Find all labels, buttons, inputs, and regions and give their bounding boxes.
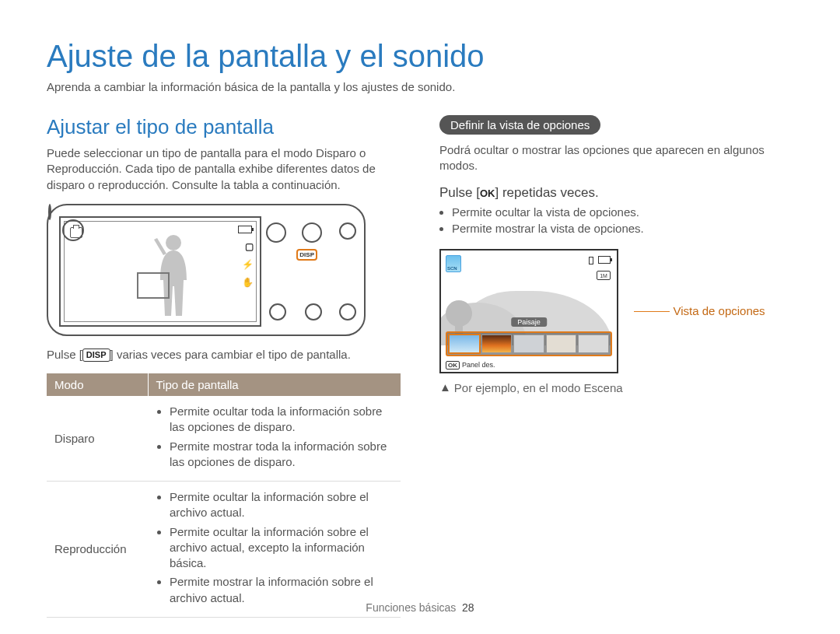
list-item: Permite mostrar toda la información sobr… <box>170 439 393 471</box>
pill-heading: Definir la vista de opciones <box>439 115 600 135</box>
flash-icon: ⚡ <box>242 257 254 272</box>
scene-mode-icon <box>446 255 461 272</box>
scene-label: Paisaje <box>511 317 547 327</box>
disp-highlight-badge: DISP <box>296 249 317 261</box>
camera-illustration: ▢ ⚡ ✋ DISP <box>47 204 401 336</box>
camera-button-bottom-left <box>269 303 286 321</box>
footer-page: 28 <box>462 601 474 614</box>
option-thumb <box>513 335 544 353</box>
page: Ajuste de la pantalla y el sonido Aprend… <box>0 0 840 634</box>
list-item: Permite ocultar la información sobre el … <box>170 489 393 521</box>
camera-button-bottom-mid <box>305 303 322 321</box>
options-strip <box>446 331 612 356</box>
camera-button-bottom-right <box>339 303 356 321</box>
pulse-post: ] repetidas veces. <box>495 185 598 200</box>
left-heading: Ajustar el tipo de pantalla <box>47 115 401 139</box>
resolution-icon: ▢ <box>242 240 254 254</box>
ok-badge: OK <box>480 187 495 199</box>
stabilize-icon: ✋ <box>242 275 254 290</box>
option-thumb-landscape <box>449 335 480 353</box>
list-item: Permite mostrar la vista de opciones. <box>452 222 793 235</box>
camera-body: ▢ ⚡ ✋ DISP <box>47 204 366 336</box>
panel-line: OKPanel des. <box>446 361 495 369</box>
th-type: Tipo de pantalla <box>148 373 401 396</box>
footer: Funciones básicas 28 <box>0 601 840 614</box>
option-thumb <box>578 335 609 353</box>
table-row: Reproducción Permite ocultar la informac… <box>47 482 401 618</box>
panel-text: Panel des. <box>462 361 495 369</box>
callout-line <box>634 311 670 312</box>
callout: Vista de opciones <box>634 304 765 318</box>
example-text: Por ejemplo, en el modo Escena <box>454 381 623 394</box>
signal-icon <box>589 257 593 264</box>
option-thumb <box>546 335 577 353</box>
mode-cell: Disparo <box>47 396 148 482</box>
left-para: Puede seleccionar un tipo de pantalla pa… <box>47 145 401 193</box>
screen-side-icons: ▢ ⚡ ✋ <box>242 240 254 294</box>
focus-box <box>137 272 170 299</box>
callout-label: Vista de opciones <box>673 304 765 317</box>
disp-instruction: Pulse [DISP] varias veces para cambiar e… <box>47 347 401 363</box>
right-para: Podrá ocultar o mostrar las opciones que… <box>439 142 793 174</box>
example-note: ▲Por ejemplo, en el modo Escena <box>439 381 793 394</box>
camera-button-top-mid <box>302 222 322 243</box>
list-item: Permite ocultar toda la información sobr… <box>170 404 393 436</box>
page-title: Ajuste de la pantalla y el sonido <box>47 39 793 74</box>
table-row: Disparo Permite ocultar toda la informac… <box>47 396 401 482</box>
battery-icon <box>238 226 252 233</box>
option-thumb-sunset <box>481 335 513 353</box>
columns: Ajustar el tipo de pantalla Puede selecc… <box>47 115 793 618</box>
disp-pre: Pulse [ <box>47 348 82 361</box>
battery-icon <box>598 256 611 264</box>
left-column: Ajustar el tipo de pantalla Puede selecc… <box>47 115 401 618</box>
type-cell: Permite ocultar toda la información sobr… <box>148 396 401 482</box>
svg-point-0 <box>166 235 181 250</box>
pulse-instruction: Pulse [OK] repetidas veces. <box>439 185 793 201</box>
camera-screen: ▢ ⚡ ✋ <box>59 216 261 327</box>
type-cell: Permite ocultar la información sobre el … <box>148 482 401 618</box>
right-column: Definir la vista de opciones Podrá ocult… <box>439 115 793 618</box>
modes-table: Modo Tipo de pantalla Disparo Permite oc… <box>47 373 401 618</box>
lcd-scene: 1M Paisaje OKPanel des. <box>439 249 618 373</box>
list-item: Permite ocultar la vista de opciones. <box>452 205 793 219</box>
right-bullets: Permite ocultar la vista de opciones. Pe… <box>439 205 793 235</box>
camera-button-top-left <box>266 222 286 243</box>
triangle-icon: ▲ <box>439 380 451 394</box>
disp-badge: DISP <box>82 349 110 362</box>
camera-dpad <box>48 204 51 220</box>
disp-post: ] varias veces para cambiar el tipo de p… <box>110 348 351 361</box>
footer-section: Funciones básicas <box>366 601 456 614</box>
ok-small-badge: OK <box>446 361 460 370</box>
mode-cell: Reproducción <box>47 482 148 618</box>
list-item: Permite ocultar la información sobre el … <box>170 524 393 572</box>
intro-text: Aprenda a cambiar la información básica … <box>47 80 793 93</box>
lcd-with-callout: 1M Paisaje OKPanel des. Vista <box>439 249 793 373</box>
pulse-pre: Pulse [ <box>439 185 480 200</box>
th-mode: Modo <box>47 373 148 396</box>
camera-button-top-right <box>339 222 356 240</box>
resolution-badge: 1M <box>597 271 611 280</box>
